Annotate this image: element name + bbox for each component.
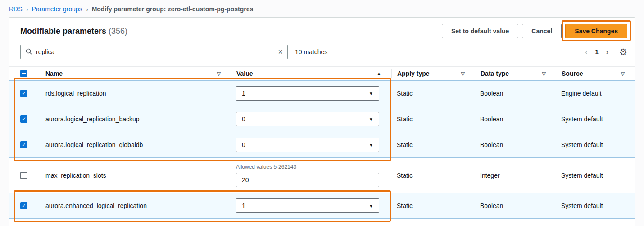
apply-type: Static [397, 202, 480, 209]
column-header-value[interactable]: Value ▲ [231, 69, 391, 78]
value-cell: Allowed values 5-262143 [236, 160, 397, 191]
select-all-cell [9, 70, 45, 77]
select-value: 0 [242, 141, 245, 148]
checkbox-cell: ✓ [9, 202, 45, 209]
value-cell: 1 ▼ [236, 86, 397, 101]
page: RDS › Parameter groups › Modify paramete… [0, 0, 644, 226]
cancel-button[interactable]: Cancel [522, 24, 562, 38]
breadcrumb-separator-icon: › [86, 5, 88, 13]
match-count-text: 10 matches [295, 48, 327, 55]
breadcrumb-link-parameter-groups[interactable]: Parameter groups [32, 5, 82, 13]
checkbox-cell: ✓ [9, 90, 45, 97]
caret-down-icon: ▼ [369, 117, 373, 122]
column-header-data-type[interactable]: Data type ▽ [475, 69, 556, 78]
apply-type: Static [397, 141, 480, 148]
value-select[interactable]: 0 ▼ [236, 112, 379, 126]
value-input[interactable] [236, 173, 379, 187]
checkbox-cell: ✓ [9, 141, 45, 148]
breadcrumb-current: Modify parameter group: zero-etl-custom-… [92, 5, 254, 13]
source: Engine default [561, 90, 635, 97]
value-select[interactable]: 1 ▼ [236, 198, 379, 213]
check-icon: ✓ [22, 142, 26, 148]
value-cell: 0 ▼ [236, 138, 397, 152]
value-select[interactable]: 0 ▼ [236, 138, 379, 152]
apply-type: Static [397, 115, 480, 123]
column-header-source[interactable]: Source ▽ [556, 69, 635, 78]
column-label: Data type [481, 70, 509, 77]
apply-type: Static [397, 90, 480, 97]
search-input[interactable] [36, 48, 274, 55]
page-title: Modifiable parameters (356) [20, 27, 127, 36]
caret-down-icon: ▼ [369, 91, 373, 96]
column-header-name[interactable]: Name ▽ [45, 69, 231, 78]
sort-icon: ▽ [621, 71, 625, 77]
breadcrumb-link-rds[interactable]: RDS [9, 5, 23, 13]
check-icon: ✓ [22, 203, 26, 209]
row-checkbox[interactable]: ✓ [20, 115, 27, 123]
breadcrumb: RDS › Parameter groups › Modify paramete… [0, 0, 644, 14]
value-select[interactable]: 1 ▼ [236, 86, 379, 101]
column-label: Name [45, 70, 63, 77]
sort-icon: ▽ [217, 71, 221, 77]
sort-icon: ▽ [542, 71, 546, 77]
table-row[interactable]: ✓ aurora.enhanced_logical_replication 1 … [9, 193, 635, 219]
data-type: Boolean [480, 202, 561, 209]
indeterminate-dash-icon [22, 73, 26, 74]
source: System default [561, 141, 635, 148]
caret-down-icon: ▼ [369, 203, 373, 208]
data-type: Boolean [480, 115, 561, 123]
row-checkbox[interactable] [20, 172, 27, 179]
data-type: Integer [480, 172, 561, 179]
check-icon: ✓ [22, 116, 26, 122]
value-cell: 1 ▼ [236, 198, 397, 213]
select-all-checkbox[interactable] [20, 70, 27, 77]
table-row[interactable]: max_replication_slots Allowed values 5-2… [9, 158, 635, 193]
next-page-icon[interactable]: › [606, 48, 608, 56]
parameter-name: aurora.logical_replication_globaldb [45, 141, 236, 148]
parameter-name: aurora.logical_replication_backup [45, 115, 236, 123]
source: System default [561, 172, 635, 179]
panel-title-text: Modifiable parameters [20, 27, 106, 36]
row-checkbox[interactable]: ✓ [20, 90, 27, 97]
source: System default [561, 202, 635, 209]
parameter-count: (356) [109, 27, 127, 36]
sort-icon: ▽ [461, 71, 465, 77]
data-type: Boolean [480, 141, 561, 148]
header-actions: Set to default value Cancel Save Changes [442, 24, 627, 38]
sort-ascending-icon: ▲ [376, 71, 381, 76]
previous-page-icon[interactable]: ‹ [585, 48, 588, 56]
search-icon [25, 48, 32, 56]
modifiable-parameters-panel: Modifiable parameters (356) Set to defau… [9, 17, 635, 226]
checkbox-cell: ✓ [9, 115, 45, 123]
table-row[interactable]: ✓ aurora.logical_replication_globaldb 0 … [9, 132, 635, 158]
settings-gear-icon[interactable]: ⚙ [619, 46, 627, 57]
save-changes-button[interactable]: Save Changes [565, 24, 627, 38]
select-value: 1 [242, 202, 245, 209]
column-label: Value [236, 70, 253, 77]
parameter-name: max_replication_slots [45, 172, 236, 179]
check-icon: ✓ [22, 90, 26, 97]
column-header-apply-type[interactable]: Apply type ▽ [391, 69, 475, 78]
parameter-name: rds.logical_replication [45, 90, 236, 97]
table-row[interactable]: ✓ rds.logical_replication 1 ▼ Static Boo… [9, 80, 635, 106]
search-box[interactable]: × [20, 45, 288, 59]
column-label: Apply type [397, 70, 430, 77]
breadcrumb-separator-icon: › [26, 5, 28, 13]
select-value: 0 [242, 115, 245, 123]
select-value: 1 [242, 90, 245, 97]
table-toolbar: × 10 matches ‹ 1 › ⚙ [9, 44, 635, 66]
allowed-values-hint: Allowed values 5-262143 [236, 164, 397, 170]
table-row[interactable]: ✓ aurora.logical_replication_backup 0 ▼ … [9, 106, 635, 132]
column-label: Source [562, 70, 583, 77]
data-type: Boolean [480, 90, 561, 97]
table-header-row: Name ▽ Value ▲ Apply type ▽ Data type ▽ … [9, 66, 635, 81]
row-checkbox[interactable]: ✓ [20, 202, 27, 209]
source: System default [561, 115, 635, 123]
current-page-number[interactable]: 1 [595, 49, 599, 55]
checkbox-cell [9, 172, 45, 179]
parameter-name: aurora.enhanced_logical_replication [45, 202, 236, 209]
row-checkbox[interactable]: ✓ [20, 141, 27, 148]
clear-search-icon[interactable]: × [278, 48, 283, 56]
set-to-default-button[interactable]: Set to default value [442, 24, 518, 38]
caret-down-icon: ▼ [369, 143, 373, 148]
